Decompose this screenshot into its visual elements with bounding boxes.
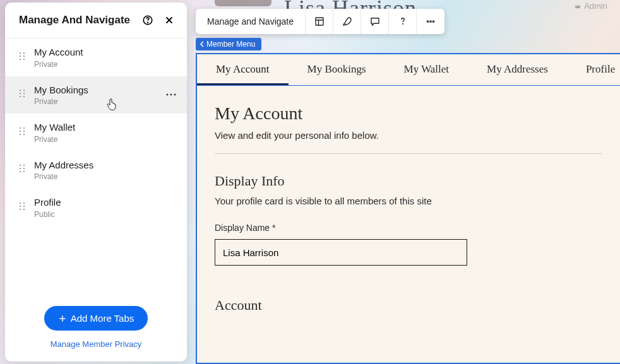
panel-header: Manage And Navigate [5, 3, 187, 38]
panel-tab-name: My Account [34, 46, 178, 59]
svg-point-27 [20, 171, 21, 172]
drag-handle-icon[interactable] [19, 202, 27, 213]
more-horizontal-icon [425, 16, 436, 27]
panel-tab-privacy: Private [34, 97, 157, 106]
plus-icon [58, 314, 67, 323]
display-name-input[interactable] [215, 239, 467, 266]
svg-point-29 [20, 203, 21, 204]
page-content: My Account View and edit your personal i… [197, 86, 620, 314]
member-tab[interactable]: My Wallet [385, 54, 468, 85]
panel-tab-privacy: Private [34, 172, 178, 181]
drag-handle-icon[interactable] [19, 52, 27, 63]
member-tab[interactable]: Profile [567, 54, 620, 85]
panel-tab-name: Profile [34, 196, 178, 209]
panel-tab-item[interactable]: ProfilePublic [5, 189, 187, 226]
panel-tab-text: My AddressesPrivate [34, 159, 178, 182]
panel-tab-text: My AccountPrivate [34, 46, 178, 69]
add-more-tabs-button[interactable]: Add More Tabs [44, 306, 148, 331]
panel-tab-more-button[interactable] [164, 88, 178, 102]
panel-tab-item[interactable]: My AddressesPrivate [5, 151, 187, 189]
help-button[interactable] [141, 14, 154, 26]
panel-tab-name: My Wallet [34, 121, 178, 134]
svg-point-33 [20, 209, 21, 210]
crown-icon [574, 3, 581, 10]
drag-handle-icon[interactable] [19, 164, 27, 175]
close-button[interactable] [163, 14, 176, 26]
svg-point-22 [23, 134, 25, 135]
toolbar-design-button[interactable] [333, 9, 361, 34]
member-area-main: My AccountMy BookingsMy WalletMy Address… [196, 53, 620, 364]
svg-point-2 [20, 52, 21, 54]
toolbar-label-button[interactable]: Manage and Navigate [196, 9, 306, 34]
manage-navigate-panel: Manage And Navigate My AccountPrivateMy … [5, 3, 187, 361]
page-subtitle: View and edit your personal info below. [215, 130, 602, 141]
display-info-section: Display Info Your profile card is visibl… [215, 173, 602, 266]
panel-tab-list: My AccountPrivateMy BookingsPrivateMy Wa… [5, 38, 187, 297]
svg-point-15 [170, 94, 172, 96]
panel-tab-text: My BookingsPrivate [34, 84, 157, 107]
member-tabs: My AccountMy BookingsMy WalletMy Address… [197, 54, 620, 86]
brush-icon [342, 16, 353, 27]
svg-point-11 [23, 93, 25, 94]
toolbar-more-button[interactable] [417, 9, 444, 34]
svg-point-6 [20, 59, 21, 60]
header-role-badge: Admin [574, 1, 607, 11]
svg-point-24 [23, 165, 25, 166]
svg-point-16 [174, 94, 176, 96]
panel-tab-item[interactable]: My AccountPrivate [5, 38, 187, 76]
panel-tab-item[interactable]: My BookingsPrivate [5, 76, 187, 114]
svg-point-19 [20, 131, 21, 132]
element-toolbar: Manage and Navigate [196, 9, 444, 34]
member-tab[interactable]: My Account [197, 54, 289, 85]
svg-point-12 [20, 96, 21, 97]
header-role-label: Admin [584, 1, 607, 11]
field-row: Display Name * Title [215, 223, 602, 266]
svg-point-7 [23, 59, 25, 60]
profile-avatar [215, 0, 271, 6]
panel-tab-item[interactable]: My WalletPrivate [5, 114, 187, 151]
svg-point-23 [20, 165, 21, 166]
svg-point-9 [23, 90, 25, 91]
drag-handle-icon[interactable] [19, 89, 27, 100]
panel-tab-privacy: Private [34, 60, 178, 69]
help-icon [397, 16, 408, 27]
member-tab[interactable]: My Bookings [289, 54, 385, 85]
add-more-tabs-label: Add More Tabs [71, 313, 134, 324]
svg-point-13 [23, 96, 25, 97]
svg-point-37 [427, 21, 428, 22]
svg-point-20 [23, 131, 25, 132]
display-name-label: Display Name * [215, 223, 467, 233]
panel-header-actions [141, 14, 176, 26]
svg-point-8 [20, 90, 21, 91]
display-name-field-wrapper: Display Name * [215, 223, 467, 266]
svg-point-32 [23, 206, 25, 207]
close-icon [164, 15, 175, 26]
page-title: My Account [215, 103, 602, 124]
svg-point-4 [20, 56, 21, 57]
svg-point-17 [20, 127, 21, 129]
layout-icon [314, 16, 325, 27]
divider [215, 153, 602, 154]
svg-point-28 [23, 171, 25, 172]
help-icon [142, 15, 153, 26]
panel-tab-name: My Addresses [34, 159, 178, 172]
account-section: Account [215, 297, 602, 314]
toolbar-comment-button[interactable] [361, 9, 389, 34]
panel-tab-privacy: Public [34, 210, 178, 219]
drag-handle-icon[interactable] [19, 127, 27, 138]
manage-member-privacy-link[interactable]: Manage Member Privacy [5, 339, 187, 349]
toolbar-help-button[interactable] [389, 9, 417, 34]
panel-tab-text: My WalletPrivate [34, 121, 178, 144]
svg-point-18 [23, 127, 25, 129]
member-tab[interactable]: My Addresses [468, 54, 567, 85]
svg-point-14 [167, 94, 169, 96]
svg-point-5 [23, 56, 25, 57]
svg-point-36 [402, 23, 403, 24]
comment-icon [369, 16, 381, 27]
svg-point-30 [23, 203, 25, 204]
svg-point-3 [23, 52, 25, 54]
svg-point-26 [23, 168, 25, 169]
svg-point-10 [20, 93, 21, 94]
member-menu-badge[interactable]: Member Menu [196, 38, 261, 50]
toolbar-layout-button[interactable] [306, 9, 333, 34]
